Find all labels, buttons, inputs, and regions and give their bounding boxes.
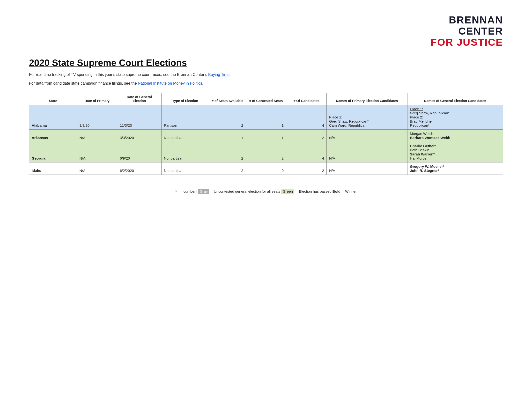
legend: *—Incumbent Gray —Uncontested general el… (29, 189, 503, 193)
general-cand-ar2: Barbara Womack Webb (410, 136, 450, 140)
cell-generalnames-alabama: Place 1: Greg Shaw, Republican* Place 2:… (408, 105, 503, 129)
general-cand1: Greg Shaw, Republican* (410, 111, 449, 115)
general-cand-id1: Gregory W. Moeller* (410, 164, 445, 168)
legend-bold: Bold (332, 189, 341, 193)
cell-generalnames-georgia: Charlie Bethel* Beth Beskin Sarah Warren… (408, 142, 503, 162)
th-contested: # of Contested Seats (246, 93, 286, 105)
main-table: State Date of Primary Date of General El… (29, 93, 503, 175)
legend-bold-text: —Winner (342, 189, 357, 193)
cell-generalnames-idaho: Gregory W. Moeller* John R. Stegner* (408, 162, 503, 175)
cell-primary-arkansas: N/A (77, 129, 117, 142)
cell-type-alabama: Partisan (161, 105, 209, 129)
th-date-general: Date of General Election (117, 93, 161, 105)
th-date-primary: Date of Primary (77, 93, 117, 105)
cell-numcand-arkansas: 2 (286, 129, 326, 142)
cell-contested-arkansas: 1 (246, 129, 286, 142)
legend-asterisk: *—Incumbent (175, 189, 198, 193)
legend-gray-text: —Uncontested general election for all se… (210, 189, 281, 193)
th-state: State (29, 93, 77, 105)
legend-gray-box: Gray (198, 189, 209, 194)
cell-state-georgia: Georgia (29, 142, 77, 162)
legend-green-box: Green (281, 189, 294, 194)
logo-center: CENTER (430, 26, 503, 37)
general-place2-label: Place 2: (410, 115, 423, 119)
general-cand-ga4: Hal Moroz (410, 156, 426, 160)
th-num-candidates: # Of Candidates (286, 93, 326, 105)
general-cand-ga3: Sarah Warren* (410, 152, 435, 156)
table-row: Idaho N/A 6/2/2020 Nonpartisan 2 0 2 N/A… (29, 162, 503, 175)
general-cand-ga2: Beth Beskin (410, 148, 429, 152)
general-place1-label: Place 1: (410, 107, 423, 111)
table-row: Arkansas N/A 3/3/2020 Nonpartisan 1 1 2 … (29, 129, 503, 142)
logo-brennan: BRENNAN (430, 15, 503, 26)
page-title: 2020 State Supreme Court Elections (29, 58, 503, 68)
th-primary-names: Names of Primary Election Candidates (326, 93, 407, 105)
cell-seats-idaho: 2 (209, 162, 246, 175)
cell-primary-idaho: N/A (77, 162, 117, 175)
cell-type-arkansas: Nonpartisan (161, 129, 209, 142)
buying-time-link[interactable]: Buying Time. (208, 73, 230, 77)
cell-contested-georgia: 2 (246, 142, 286, 162)
logo-area: BRENNAN CENTER FOR JUSTICE (29, 15, 503, 48)
cell-seats-arkansas: 1 (209, 129, 246, 142)
th-seats: # of Seats Available (209, 93, 246, 105)
cell-general-date-arkansas: 3/3/2020 (117, 129, 161, 142)
general-cand2b: Republican* (410, 123, 429, 127)
cell-contested-idaho: 0 (246, 162, 286, 175)
subtitle1: For real-time tracking of TV spending in… (29, 73, 503, 77)
cell-state-idaho: Idaho (29, 162, 77, 175)
primary-cand1: Greg Shaw, Republican* (329, 119, 369, 123)
cell-type-georgia: Nonpartisan (161, 142, 209, 162)
primary-place1-label: Place 1: (329, 115, 342, 119)
cell-numcand-georgia: 4 (286, 142, 326, 162)
logo-box: BRENNAN CENTER FOR JUSTICE (430, 15, 503, 48)
th-type: Type of Election (161, 93, 209, 105)
cell-state-arkansas: Arkansas (29, 129, 77, 142)
cell-contested-alabama: 1 (246, 105, 286, 129)
subtitle2: For data from candidate state campaign f… (29, 81, 503, 86)
legend-green-text: —Election has passed (295, 189, 332, 193)
cell-general-date-georgia: 6/9/20 (117, 142, 161, 162)
cell-numcand-alabama: 4 (286, 105, 326, 129)
primary-cand2: Cam Ward, Republican (329, 123, 367, 127)
cell-primarynames-arkansas: N/A (326, 129, 407, 142)
table-header-row: State Date of Primary Date of General El… (29, 93, 503, 105)
cell-primary-georgia: N/A (77, 142, 117, 162)
th-general-names: Names of General Election Candidates (408, 93, 503, 105)
cell-type-idaho: Nonpartisan (161, 162, 209, 175)
nimp-link[interactable]: National Institute on Money in Politics. (138, 81, 203, 85)
cell-primarynames-georgia: N/A (326, 142, 407, 162)
cell-seats-georgia: 2 (209, 142, 246, 162)
logo-forjustice: FOR JUSTICE (430, 37, 503, 48)
cell-general-date-idaho: 6/2/2020 (117, 162, 161, 175)
cell-primary-alabama: 3/3/20 (77, 105, 117, 129)
table-row: Alabama 3/3/20 11/3/20 Partisan 2 1 4 Pl… (29, 105, 503, 129)
subtitle1-text: For real-time tracking of TV spending in… (29, 73, 208, 77)
general-cand-ga1: Charlie Bethel* (410, 144, 436, 148)
general-cand-ar1: Morgan Welch (410, 131, 433, 136)
cell-numcand-idaho: 2 (286, 162, 326, 175)
cell-general-date-alabama: 11/3/20 (117, 105, 161, 129)
cell-primarynames-alabama: Place 1: Greg Shaw, Republican* Cam Ward… (326, 105, 407, 129)
general-cand2: Brad Mendheim, (410, 119, 437, 123)
table-row: Georgia N/A 6/9/20 Nonpartisan 2 2 4 N/A… (29, 142, 503, 162)
general-cand-id2: John R. Stegner* (410, 168, 439, 173)
cell-primarynames-idaho: N/A (326, 162, 407, 175)
subtitle2-text: For data from candidate state campaign f… (29, 81, 138, 85)
cell-seats-alabama: 2 (209, 105, 246, 129)
cell-state-alabama: Alabama (29, 105, 77, 129)
cell-generalnames-arkansas: Morgan Welch Barbara Womack Webb (408, 129, 503, 142)
